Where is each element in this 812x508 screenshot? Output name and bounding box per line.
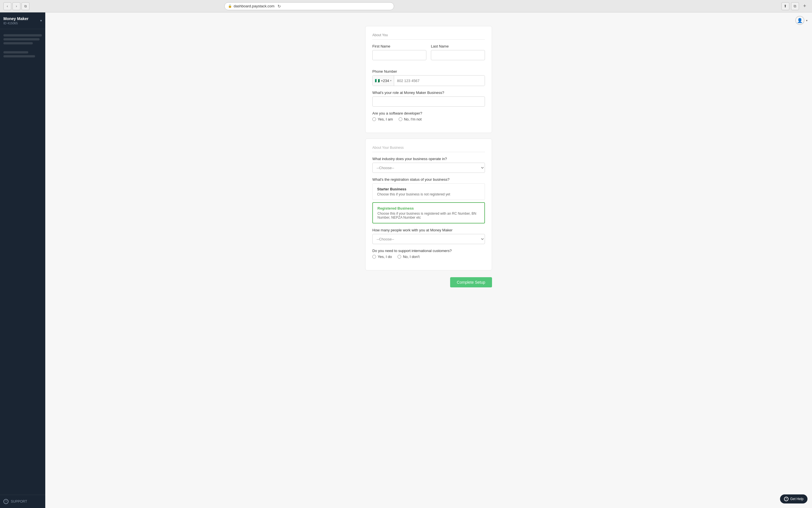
url-text: dashboard.paystack.com xyxy=(234,4,275,8)
help-label: Get Help xyxy=(790,497,804,501)
dev-yes-radio[interactable] xyxy=(372,117,376,121)
nigeria-flag: 🇳🇬 xyxy=(375,78,380,83)
complete-btn-wrap: Complete Setup xyxy=(365,277,492,287)
intl-no-text: No, I don't xyxy=(403,255,419,259)
employees-label: How many people work with you at Money M… xyxy=(372,228,485,232)
international-group: Do you need to support international cus… xyxy=(372,249,485,259)
top-bar: 👤 ▾ xyxy=(795,16,808,25)
brand-id: ID 415065 xyxy=(3,22,29,25)
lock-icon: 🔒 xyxy=(228,4,232,8)
phone-code: +234 xyxy=(381,79,389,83)
dev-yes-text: Yes, I am xyxy=(378,117,393,121)
about-you-card: About You First Name Last Name Phone Num… xyxy=(365,26,492,133)
industry-group: What industry does your business operate… xyxy=(372,157,485,173)
phone-label: Phone Number xyxy=(372,69,485,74)
sidebar: Money Maker ID 415065 ▾ ? SUPPORT xyxy=(0,12,45,508)
nav-line-5 xyxy=(3,55,35,57)
forward-button[interactable]: › xyxy=(12,2,21,10)
brand-name: Money Maker xyxy=(3,16,29,21)
nav-line-1 xyxy=(3,34,42,37)
name-row: First Name Last Name xyxy=(372,44,485,65)
industry-select[interactable]: --Choose-- xyxy=(372,163,485,173)
sidebar-nav xyxy=(0,29,45,495)
browser-chrome: ‹ › ⧉ 🔒 dashboard.paystack.com ↻ ⬆ ⧉ + xyxy=(0,0,812,12)
starter-title: Starter Business xyxy=(377,187,480,191)
developer-radio-group: Yes, I am No, I'm not xyxy=(372,117,485,121)
developer-label: Are you a software developer? xyxy=(372,111,485,115)
sidebar-header[interactable]: Money Maker ID 415065 ▾ xyxy=(0,12,45,29)
last-name-label: Last Name xyxy=(431,44,485,48)
starter-desc: Choose this if your business is not regi… xyxy=(377,192,480,196)
phone-country-selector[interactable]: 🇳🇬 +234 ▾ xyxy=(373,76,394,86)
new-tab-button[interactable]: + xyxy=(801,2,809,10)
nav-line-2 xyxy=(3,38,40,40)
employees-select[interactable]: --Choose-- xyxy=(372,234,485,244)
employees-group: How many people work with you at Money M… xyxy=(372,228,485,244)
support-icon: ? xyxy=(3,499,8,504)
registered-title: Registered Business xyxy=(377,206,480,210)
nav-line-4 xyxy=(3,51,28,53)
sidebar-brand: Money Maker ID 415065 xyxy=(3,16,29,25)
support-label: SUPPORT xyxy=(11,500,27,504)
international-label: Do you need to support international cus… xyxy=(372,249,485,253)
about-business-title: About Your Business xyxy=(372,146,485,152)
intl-no-radio[interactable] xyxy=(398,255,401,258)
back-button[interactable]: ‹ xyxy=(3,2,11,10)
dev-no-label[interactable]: No, I'm not xyxy=(399,117,421,121)
reload-button[interactable]: ↻ xyxy=(276,3,282,9)
nav-line-3 xyxy=(3,42,33,44)
first-name-input[interactable] xyxy=(372,50,427,60)
phone-caret-icon: ▾ xyxy=(390,79,392,82)
phone-input-wrap: 🇳🇬 +234 ▾ xyxy=(372,75,485,86)
intl-yes-text: Yes, I do xyxy=(378,255,392,259)
intl-no-label[interactable]: No, I don't xyxy=(398,255,419,259)
dev-no-radio[interactable] xyxy=(399,117,402,121)
role-input[interactable] xyxy=(372,96,485,107)
registration-options: Starter Business Choose this if your bus… xyxy=(372,183,485,223)
main-content: 👤 ▾ About You First Name Last Name xyxy=(45,12,812,508)
last-name-group: Last Name xyxy=(431,44,485,60)
complete-setup-button[interactable]: Complete Setup xyxy=(450,277,492,287)
role-label: What's your role at Money Maker Business… xyxy=(372,90,485,95)
first-name-label: First Name xyxy=(372,44,427,48)
user-caret-icon: ▾ xyxy=(806,19,808,22)
intl-yes-radio[interactable] xyxy=(372,255,376,258)
phone-number-input[interactable] xyxy=(394,76,485,86)
about-business-card: About Your Business What industry does y… xyxy=(365,139,492,270)
chevron-down-icon: ▾ xyxy=(40,19,42,23)
duplicate-button[interactable]: ⧉ xyxy=(791,2,799,10)
registered-business-option[interactable]: Registered Business Choose this if your … xyxy=(372,202,485,223)
starter-business-option[interactable]: Starter Business Choose this if your bus… xyxy=(372,183,485,200)
role-group: What's your role at Money Maker Business… xyxy=(372,90,485,107)
user-avatar[interactable]: 👤 xyxy=(795,16,804,25)
app: Money Maker ID 415065 ▾ ? SUPPORT 👤 ▾ xyxy=(0,12,812,508)
intl-yes-label[interactable]: Yes, I do xyxy=(372,255,392,259)
about-you-title: About You xyxy=(372,33,485,40)
developer-group: Are you a software developer? Yes, I am … xyxy=(372,111,485,121)
browser-nav: ‹ › ⧉ xyxy=(3,2,30,10)
first-name-group: First Name xyxy=(372,44,427,60)
tab-view-button[interactable]: ⧉ xyxy=(22,2,30,10)
form-container: About You First Name Last Name Phone Num… xyxy=(361,26,496,287)
industry-label: What industry does your business operate… xyxy=(372,157,485,161)
sidebar-footer[interactable]: ? SUPPORT xyxy=(0,495,45,508)
help-icon: ? xyxy=(784,497,788,501)
dev-yes-label[interactable]: Yes, I am xyxy=(372,117,393,121)
get-help-button[interactable]: ? Get Help xyxy=(780,495,808,504)
registration-label: What's the registration status of your b… xyxy=(372,177,485,181)
international-radio-group: Yes, I do No, I don't xyxy=(372,255,485,259)
registration-group: What's the registration status of your b… xyxy=(372,177,485,223)
share-button[interactable]: ⬆ xyxy=(781,2,789,10)
phone-group: Phone Number 🇳🇬 +234 ▾ xyxy=(372,69,485,86)
address-bar[interactable]: 🔒 dashboard.paystack.com ↻ xyxy=(225,2,394,10)
dev-no-text: No, I'm not xyxy=(404,117,421,121)
browser-actions: ⬆ ⧉ + xyxy=(781,2,809,10)
registered-desc: Choose this if your business is register… xyxy=(377,212,480,219)
last-name-input[interactable] xyxy=(431,50,485,60)
